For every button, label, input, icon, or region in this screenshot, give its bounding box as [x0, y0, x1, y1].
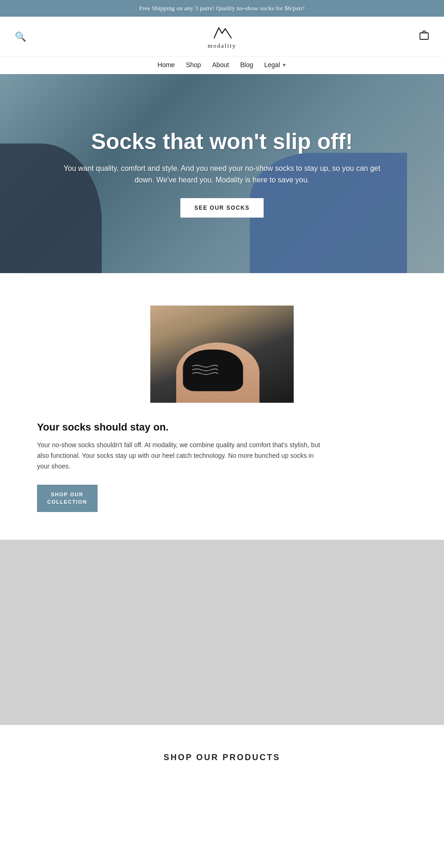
- products-section: SHOP OUR PRODUCTS: [0, 725, 444, 781]
- feature-body: Your no-show socks shouldn't fall off. A…: [37, 440, 324, 472]
- gray-placeholder-section: [0, 540, 444, 725]
- wave-decoration: [191, 363, 219, 379]
- products-heading: SHOP OUR PRODUCTS: [18, 753, 426, 762]
- announcement-bar: Free Shipping on any 3 pairs! Quality no…: [0, 0, 444, 17]
- hero-cta-button[interactable]: SEE OUR SOCKS: [180, 198, 264, 218]
- nav-home[interactable]: Home: [158, 61, 175, 69]
- feature-image-wrapper: [37, 306, 407, 403]
- hero-subtitle: You want quality, comfort and style. And…: [60, 162, 384, 186]
- nav-shop[interactable]: Shop: [186, 61, 201, 69]
- announcement-text: Free Shipping on any 3 pairs! Quality no…: [139, 5, 305, 12]
- header-cart: [401, 30, 429, 43]
- cart-button[interactable]: [419, 30, 429, 43]
- logo-text: modality: [43, 42, 401, 50]
- svg-rect-0: [420, 33, 428, 39]
- nav-about[interactable]: About: [212, 61, 229, 69]
- feature-image: [150, 306, 294, 403]
- logo-link[interactable]: modality: [43, 23, 401, 50]
- chevron-down-icon: ▼: [282, 62, 287, 68]
- sock-decoration: [183, 350, 243, 391]
- search-button[interactable]: 🔍: [15, 31, 26, 42]
- feature-text: Your socks should stay on. Your no-show …: [37, 421, 361, 512]
- nav-legal-link[interactable]: Legal: [264, 61, 280, 69]
- search-icon: 🔍: [15, 31, 26, 42]
- header: 🔍 modality: [0, 17, 444, 56]
- shop-collection-button[interactable]: SHOP OURCOLLECTION: [37, 485, 98, 512]
- cart-icon: [419, 32, 429, 42]
- hero-title: Socks that won't slip off!: [60, 130, 384, 154]
- feature-section: Your socks should stay on. Your no-show …: [0, 273, 444, 540]
- hero-section: Socks that won't slip off! You want qual…: [0, 74, 444, 273]
- header-search: 🔍: [15, 31, 43, 42]
- logo-area: modality: [43, 23, 401, 50]
- nav-legal[interactable]: Legal ▼: [264, 61, 286, 69]
- logo-icon: [43, 23, 401, 42]
- nav-blog[interactable]: Blog: [240, 61, 253, 69]
- hero-content: Socks that won't slip off! You want qual…: [60, 130, 384, 218]
- main-nav: Home Shop About Blog Legal ▼: [0, 56, 444, 74]
- feature-heading: Your socks should stay on.: [37, 421, 361, 433]
